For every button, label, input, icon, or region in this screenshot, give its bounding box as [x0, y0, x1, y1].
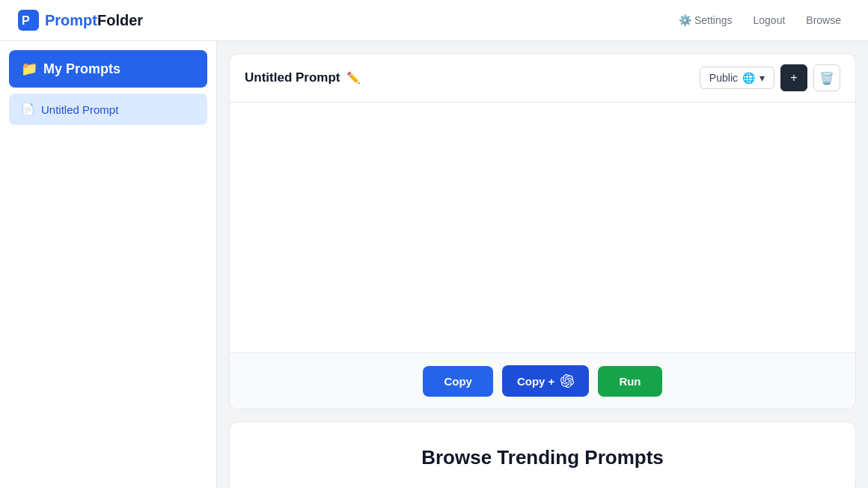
openai-icon: [560, 374, 574, 388]
my-prompts-label: My Prompts: [43, 61, 120, 77]
settings-icon: ⚙️: [679, 14, 691, 26]
logo-light: Folder: [97, 12, 143, 28]
logout-link[interactable]: Logout: [744, 10, 794, 31]
browse-link[interactable]: Browse: [797, 10, 850, 31]
action-buttons: Copy Copy + Run: [230, 353, 855, 409]
folder-icon: 📁: [21, 61, 37, 77]
header: P PromptFolder ⚙️ Settings Logout Browse: [0, 0, 868, 41]
logout-label: Logout: [753, 14, 785, 26]
trash-icon: 🗑️: [819, 71, 834, 85]
visibility-label: Public: [709, 72, 738, 84]
prompt-card: Untitled Prompt ✏️ Public 🌐 ▾ + 🗑️: [229, 53, 856, 409]
settings-link[interactable]: ⚙️ Settings: [670, 10, 742, 31]
logo[interactable]: P PromptFolder: [18, 10, 143, 31]
add-button[interactable]: +: [780, 64, 807, 91]
prompt-textarea[interactable]: [230, 103, 855, 350]
document-icon: 📄: [21, 103, 35, 116]
settings-label: Settings: [694, 14, 733, 26]
sidebar-my-prompts-button[interactable]: 📁 My Prompts: [9, 50, 207, 88]
main-content: Untitled Prompt ✏️ Public 🌐 ▾ + 🗑️: [217, 41, 868, 488]
header-nav: ⚙️ Settings Logout Browse: [670, 10, 850, 31]
logo-text: PromptFolder: [45, 12, 143, 29]
sidebar-item-untitled-prompt[interactable]: 📄 Untitled Prompt: [9, 94, 207, 125]
logo-bold: Prompt: [45, 12, 97, 28]
copy-plus-button[interactable]: Copy +: [502, 365, 589, 397]
browse-title: Browse Trending Prompts: [245, 446, 840, 469]
globe-icon: 🌐: [742, 72, 755, 84]
prompt-actions: Public 🌐 ▾ + 🗑️: [700, 64, 840, 91]
svg-text:P: P: [22, 14, 30, 27]
chevron-down-icon: ▾: [760, 72, 765, 84]
sidebar: 📁 My Prompts 📄 Untitled Prompt: [0, 41, 217, 488]
untitled-prompt-sidebar-label: Untitled Prompt: [41, 103, 118, 116]
copy-button[interactable]: Copy: [423, 366, 493, 397]
prompt-title-area: Untitled Prompt ✏️: [245, 70, 361, 85]
logo-icon: P: [18, 10, 39, 31]
delete-button[interactable]: 🗑️: [813, 64, 840, 91]
edit-icon[interactable]: ✏️: [346, 71, 361, 85]
visibility-select[interactable]: Public 🌐 ▾: [700, 67, 774, 89]
run-button[interactable]: Run: [598, 366, 661, 397]
browse-section: Browse Trending Prompts: [229, 421, 856, 488]
main-layout: 📁 My Prompts 📄 Untitled Prompt Untitled …: [0, 41, 868, 488]
copy-plus-label: Copy +: [517, 375, 554, 388]
plus-icon: +: [790, 71, 797, 85]
browse-label: Browse: [806, 14, 841, 26]
prompt-title: Untitled Prompt: [245, 70, 340, 85]
prompt-card-header: Untitled Prompt ✏️ Public 🌐 ▾ + 🗑️: [230, 54, 855, 103]
